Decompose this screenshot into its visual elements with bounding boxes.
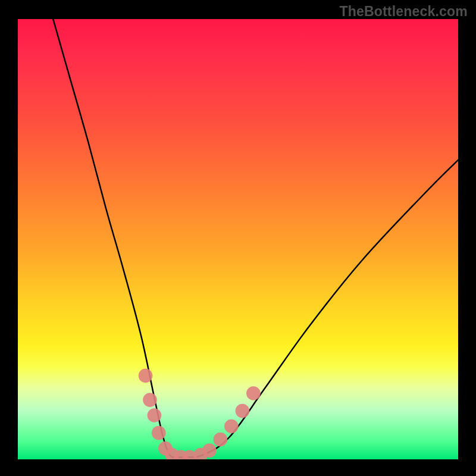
watermark-text: TheBottleneck.com bbox=[339, 4, 468, 20]
chart-plot-area bbox=[18, 19, 458, 459]
chart-svg bbox=[18, 19, 458, 459]
chart-marker bbox=[152, 426, 166, 440]
chart-marker bbox=[143, 393, 157, 407]
chart-marker bbox=[236, 404, 250, 418]
chart-marker bbox=[148, 408, 162, 422]
chart-marker bbox=[139, 369, 153, 383]
chart-marker bbox=[224, 419, 239, 434]
chart-marker bbox=[246, 386, 261, 400]
chart-marker bbox=[202, 443, 217, 458]
chart-marker bbox=[214, 433, 228, 447]
chart-stage: TheBottleneck.com bbox=[0, 0, 476, 476]
chart-markers bbox=[139, 369, 261, 459]
